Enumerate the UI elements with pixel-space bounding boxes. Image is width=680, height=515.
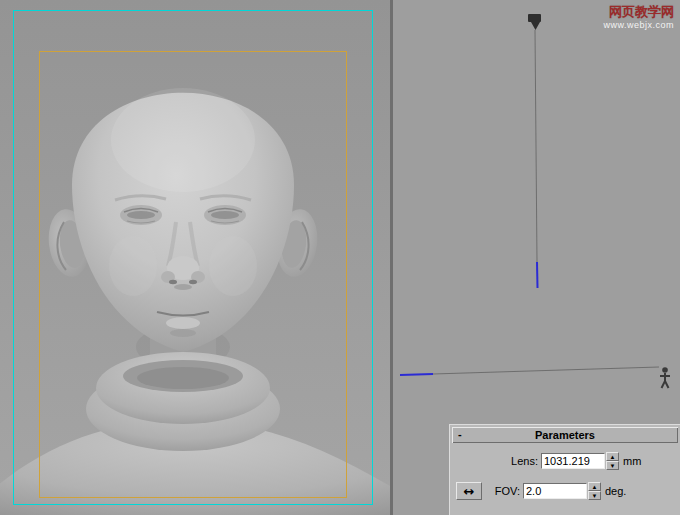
- head-render-canvas[interactable]: [0, 0, 390, 515]
- camera-target-line-selected[interactable]: [537, 262, 538, 288]
- fov-unit-label: deg.: [605, 485, 626, 497]
- parameters-rollout: - Parameters Lens: ▲ ▼ mm ↔ FOV: ▲ ▼ deg…: [449, 424, 680, 515]
- right-cheek-highlight: [209, 236, 257, 296]
- fov-spinner: ▲ ▼: [588, 482, 601, 500]
- viewport-camera-view[interactable]: [0, 0, 390, 515]
- parameters-rollout-header[interactable]: - Parameters: [452, 427, 678, 443]
- fov-row: ↔ FOV: ▲ ▼ deg.: [450, 482, 680, 500]
- fov-label: FOV:: [490, 485, 520, 497]
- turtleneck-collar: [86, 352, 280, 451]
- fov-input[interactable]: [523, 483, 587, 499]
- lens-label: Lens:: [502, 455, 538, 467]
- rollout-title-text: Parameters: [535, 429, 595, 441]
- max-workspace: 网页教学网 www.webjx.com - Parameters Lens: ▲…: [0, 0, 680, 515]
- fov-spinner-down-icon[interactable]: ▼: [588, 491, 601, 500]
- lens-input[interactable]: [541, 453, 605, 469]
- left-cheek-highlight: [109, 236, 157, 296]
- lens-spinner-down-icon[interactable]: ▼: [606, 461, 619, 470]
- second-camera-line-selected[interactable]: [400, 374, 433, 375]
- rollout-collapse-button[interactable]: -: [458, 428, 462, 440]
- fov-spinner-up-icon[interactable]: ▲: [588, 482, 601, 491]
- horizontal-arrow-icon: ↔: [464, 484, 475, 499]
- lens-row: Lens: ▲ ▼ mm: [450, 452, 680, 470]
- lens-unit-label: mm: [623, 455, 641, 467]
- lens-spinner: ▲ ▼: [606, 452, 619, 470]
- forehead-highlight: [111, 88, 255, 192]
- lens-spinner-up-icon[interactable]: ▲: [606, 452, 619, 461]
- fov-direction-button[interactable]: ↔: [456, 482, 482, 500]
